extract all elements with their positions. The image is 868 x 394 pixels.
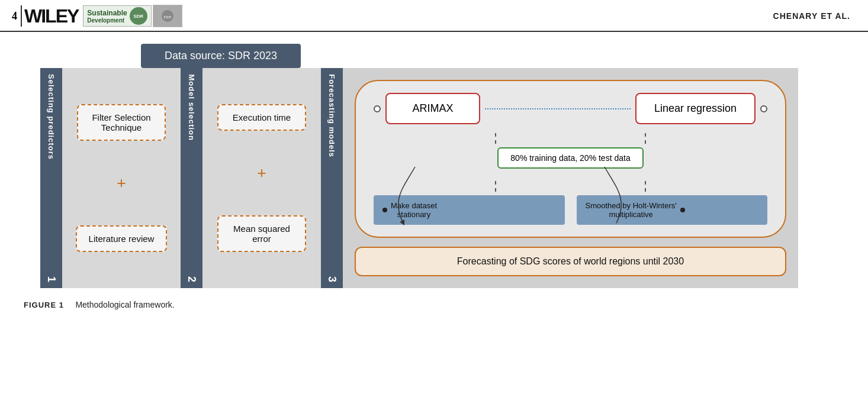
journal-text: Sustainable Development	[87, 9, 127, 24]
sdr-icon: SDR	[130, 7, 147, 25]
forecast-output: Forecasting of SDG scores of world regio…	[355, 247, 786, 276]
training-row: 80% training data, 20% test data	[374, 147, 767, 177]
step1-label: Selecting predictors	[47, 74, 56, 160]
vert-line-right2	[645, 181, 646, 192]
step2-box2: Mean squarederror	[217, 215, 306, 252]
connection-line	[485, 108, 631, 109]
step1-number-col: 1 Selecting predictors	[40, 68, 62, 288]
step1-panel: 1 Selecting predictors Filter SelectionT…	[40, 68, 181, 288]
vert-line-right	[645, 133, 646, 144]
model2-box: Linear regression	[635, 93, 756, 124]
models-container: ARIMAX Linear regression	[355, 80, 786, 238]
vert-line-left	[495, 133, 496, 144]
step1-plus: +	[117, 174, 126, 193]
vert-lines-bottom	[374, 181, 767, 192]
model2-with-dot: Linear regression	[635, 93, 767, 124]
step1-box1: Filter SelectionTechnique	[77, 104, 166, 141]
diagram-main: 1 Selecting predictors Filter SelectionT…	[40, 68, 798, 288]
figure-caption: FIGURE 1 Methodological framework.	[24, 300, 175, 309]
step2-content: Execution time + Mean squarederror	[202, 68, 321, 288]
wiley-logo: WILEY	[21, 5, 78, 27]
training-box: 80% training data, 20% test data	[497, 147, 643, 169]
info-boxes-row: Make datasetstationary Smoothed by Holt-…	[374, 195, 767, 225]
dot-right	[760, 105, 767, 112]
bullet-dot-2	[680, 208, 685, 212]
header-left: 4 WILEY Sustainable Development SDR ERP	[12, 5, 182, 27]
step3-panel: 3 Forecasting models ARIMAX	[321, 68, 798, 288]
info-box-1: Make datasetstationary	[374, 195, 565, 225]
journal-image: ERP	[153, 5, 182, 27]
model1-box: ARIMAX	[385, 93, 480, 124]
main-content: Data source: SDR 2023 1 Selecting predic…	[0, 32, 868, 321]
journal-extra-badge: ERP	[153, 5, 182, 27]
step2-number-col: 2 Model selection	[181, 68, 202, 288]
vert-lines-top	[374, 133, 767, 144]
step3-label: Forecasting models	[327, 74, 336, 157]
vert-line-left2	[495, 181, 496, 192]
forecasting-area: ARIMAX Linear regression	[343, 68, 798, 288]
data-source-box: Data source: SDR 2023	[141, 44, 301, 68]
step2-number: 2	[185, 276, 198, 282]
figure-container: Data source: SDR 2023 1 Selecting predic…	[24, 44, 850, 309]
step1-box2: Literature review	[76, 225, 168, 252]
step3-number: 3	[326, 276, 338, 282]
step1-number: 1	[45, 276, 57, 282]
bullet-dot-1	[382, 208, 387, 212]
diagram: Data source: SDR 2023 1 Selecting predic…	[40, 44, 822, 288]
model1-with-dot: ARIMAX	[374, 93, 480, 124]
header-author: CHENARY ET AL.	[773, 11, 850, 21]
step1-content: Filter SelectionTechnique + Literature r…	[62, 68, 181, 288]
info-box-2: Smoothed by Holt-Winters'multiplicative	[577, 195, 768, 225]
step2-box1: Execution time	[217, 104, 306, 131]
page-header: 4 WILEY Sustainable Development SDR ERP …	[0, 0, 868, 32]
models-row: ARIMAX Linear regression	[374, 93, 767, 124]
step2-plus: +	[257, 164, 266, 183]
dot-left	[374, 105, 381, 112]
step2-label: Model selection	[187, 74, 196, 141]
step2-panel: 2 Model selection Execution time + Mean …	[181, 68, 321, 288]
journal-badge: Sustainable Development SDR	[83, 5, 151, 27]
step3-number-col: 3 Forecasting models	[321, 68, 343, 288]
svg-text:ERP: ERP	[163, 15, 171, 20]
page-number: 4	[12, 10, 17, 22]
